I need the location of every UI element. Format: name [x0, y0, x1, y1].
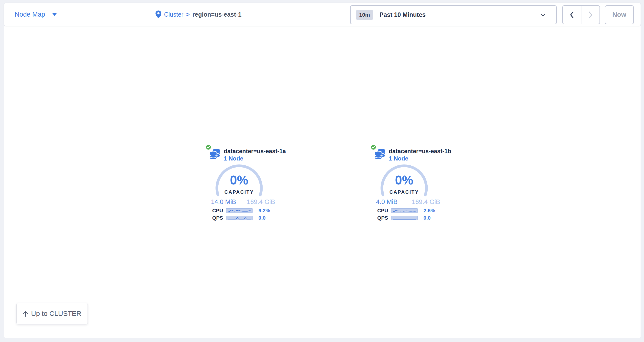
view-selector-dropdown[interactable]: Node Map: [15, 3, 57, 26]
datacenter-node-count: 1 Node: [224, 155, 243, 162]
metric-value: 2.6%: [424, 208, 435, 214]
datacenter-db-stack-icon: [209, 149, 220, 160]
datacenter-node-count: 1 Node: [389, 155, 408, 162]
metric-value: 9.2%: [258, 208, 270, 214]
capacity-used: 14.0 MiB: [211, 198, 236, 206]
chevron-left-icon: [570, 11, 574, 18]
breadcrumb-current: region=us-east-1: [192, 11, 242, 18]
metric-label: QPS: [212, 215, 226, 221]
capacity-caption: CAPACITY: [215, 189, 264, 195]
breadcrumb-separator: >: [186, 11, 190, 18]
cpu-sparkline: [391, 208, 418, 213]
header-divider: [339, 5, 339, 24]
capacity-total: 169.4 GiB: [412, 198, 440, 206]
datacenter-card[interactable]: datacenter=us-east-1a 1 Node 0% CAPACITY…: [204, 143, 280, 225]
metric-row-cpu: CPU 2.6%: [377, 208, 435, 213]
breadcrumb-cluster-link[interactable]: Cluster: [164, 11, 183, 18]
metric-label: QPS: [377, 215, 391, 221]
time-nav-group: [562, 5, 600, 24]
datacenter-title: datacenter=us-east-1b: [389, 148, 451, 155]
time-range-badge: 10m: [356, 10, 373, 20]
cpu-sparkline: [226, 208, 252, 213]
now-button[interactable]: Now: [605, 5, 634, 24]
metric-row-qps: QPS 0.0: [377, 215, 430, 220]
capacity-usage-row: 4.0 MiB 169.4 GiB: [376, 198, 440, 206]
capacity-used: 4.0 MiB: [376, 198, 398, 206]
node-map-canvas: datacenter=us-east-1a 1 Node 0% CAPACITY…: [4, 26, 640, 338]
capacity-caption: CAPACITY: [380, 189, 428, 195]
up-to-cluster-button[interactable]: Up to CLUSTER: [16, 303, 88, 325]
qps-sparkline: [391, 216, 418, 220]
capacity-usage-row: 14.0 MiB 169.4 GiB: [211, 198, 275, 206]
capacity-total: 169.4 GiB: [247, 198, 275, 206]
chevron-right-icon: [588, 11, 593, 18]
metric-label: CPU: [377, 208, 391, 214]
up-to-cluster-label: Up to CLUSTER: [31, 310, 81, 318]
header-bar: Node Map Cluster > region=us-east-1 10m …: [4, 3, 640, 26]
chevron-down-icon: [540, 13, 546, 16]
breadcrumb: Cluster > region=us-east-1: [156, 3, 242, 26]
metric-value: 0.0: [258, 215, 266, 221]
view-selector-label: Node Map: [15, 11, 45, 18]
caret-down-icon: [52, 13, 57, 16]
time-prev-button[interactable]: [562, 5, 582, 24]
time-next-button[interactable]: [581, 5, 600, 24]
arrow-up-icon: [23, 311, 28, 317]
location-pin-icon: [156, 10, 161, 18]
datacenter-db-stack-icon: [374, 149, 386, 160]
metric-row-cpu: CPU 9.2%: [212, 208, 270, 213]
metric-value: 0.0: [424, 215, 430, 221]
datacenter-card[interactable]: datacenter=us-east-1b 1 Node 0% CAPACITY…: [369, 143, 445, 225]
time-range-dropdown[interactable]: 10m Past 10 Minutes: [350, 5, 557, 24]
metric-label: CPU: [212, 208, 226, 214]
time-range-label: Past 10 Minutes: [380, 11, 426, 18]
datacenter-title: datacenter=us-east-1a: [224, 148, 286, 155]
capacity-percent: 0%: [380, 174, 428, 186]
qps-sparkline: [226, 216, 252, 220]
capacity-percent: 0%: [215, 174, 264, 186]
metric-row-qps: QPS 0.0: [212, 215, 266, 220]
